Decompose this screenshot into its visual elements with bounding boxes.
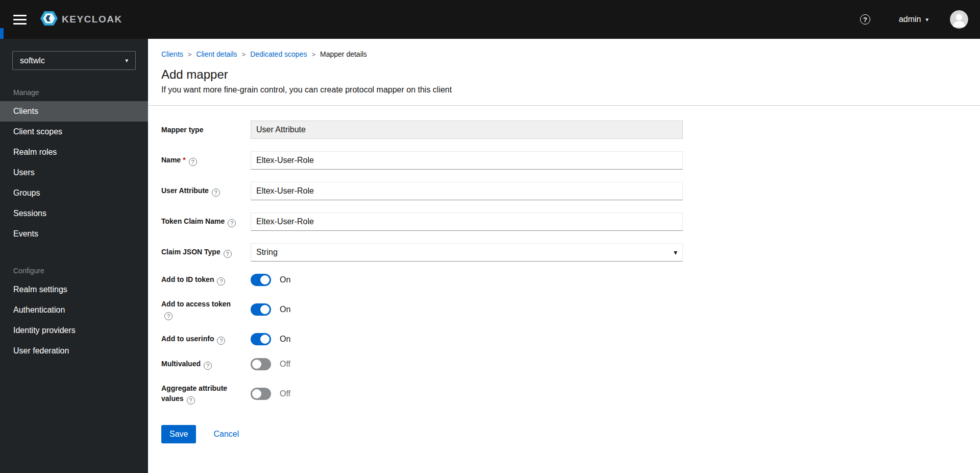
toggle-knob	[252, 360, 261, 369]
multivalued-label: Multivalued	[161, 359, 238, 370]
sidebar-item-user-federation[interactable]: User federation	[0, 341, 148, 361]
help-icon[interactable]	[164, 312, 173, 320]
name-input[interactable]	[251, 151, 683, 170]
help-icon[interactable]	[228, 219, 236, 227]
main-content: Clients > Client details > Dedicated sco…	[148, 39, 980, 473]
sidebar-item-identity-providers[interactable]: Identity providers	[0, 320, 148, 341]
form-actions: Save Cancel	[161, 425, 967, 443]
nav-section-title-configure: Configure	[0, 267, 148, 275]
help-icon[interactable]	[212, 188, 220, 197]
mapper-type-label: Mapper type	[161, 125, 238, 135]
help-icon[interactable]	[217, 277, 225, 286]
multivalued-switch-group: Off	[251, 358, 290, 370]
sidebar-item-groups[interactable]: Groups	[0, 183, 148, 203]
mapper-type-input	[251, 121, 683, 139]
masthead-toolbar: ? admin ▾	[860, 10, 968, 29]
masthead: KEYCLOAK ? admin ▾	[0, 0, 980, 39]
toggle-state-label: On	[280, 275, 290, 285]
hamburger-bar	[13, 23, 27, 25]
nav-list-manage: Clients Client scopes Realm roles Users …	[0, 101, 148, 244]
sidebar-item-client-scopes[interactable]: Client scopes	[0, 122, 148, 142]
toggle-knob	[260, 275, 270, 285]
avatar[interactable]	[950, 10, 968, 29]
keycloak-logo[interactable]: KEYCLOAK	[40, 9, 122, 30]
keycloak-logo-icon	[40, 9, 58, 30]
form-row-aggregate-attribute-values: Aggregate attribute values Off	[161, 383, 967, 405]
form-row-name: Name*	[161, 151, 967, 170]
form-row-claim-json-type: Claim JSON Type String ▾	[161, 243, 967, 262]
add-to-id-token-label: Add to ID token	[161, 274, 238, 286]
hamburger-bar	[13, 19, 27, 20]
save-button[interactable]: Save	[161, 425, 196, 443]
breadcrumb-clients[interactable]: Clients	[161, 49, 183, 60]
multivalued-toggle[interactable]	[251, 358, 271, 370]
add-to-access-token-toggle[interactable]	[251, 303, 271, 316]
sidebar-item-sessions[interactable]: Sessions	[0, 203, 148, 224]
nav-section-configure: Configure Realm settings Authentication …	[0, 244, 148, 361]
mapper-form: Mapper type Name* User Attribute Token C…	[148, 106, 980, 443]
help-icon[interactable]	[224, 250, 232, 258]
toggle-knob	[260, 305, 270, 314]
token-claim-name-input[interactable]	[251, 212, 683, 231]
realm-name: softwlc	[20, 56, 45, 65]
form-row-add-to-userinfo: Add to userinfo On	[161, 333, 967, 345]
add-to-id-token-toggle[interactable]	[251, 274, 271, 286]
aggregate-attribute-values-switch-group: Off	[251, 388, 290, 400]
aggregate-attribute-values-toggle[interactable]	[251, 388, 271, 400]
sidebar-item-realm-roles[interactable]: Realm roles	[0, 142, 148, 162]
form-row-token-claim-name: Token Claim Name	[161, 212, 967, 231]
form-row-multivalued: Multivalued Off	[161, 358, 967, 370]
help-icon[interactable]: ?	[860, 14, 870, 25]
sidebar: softwlc ▾ Manage Clients Client scopes R…	[0, 39, 148, 473]
add-to-access-token-switch-group: On	[251, 303, 290, 316]
sidebar-item-users[interactable]: Users	[0, 162, 148, 183]
select-value: String	[256, 248, 278, 257]
hamburger-bar	[13, 15, 27, 16]
form-row-user-attribute: User Attribute	[161, 182, 967, 200]
user-attribute-input[interactable]	[251, 182, 683, 200]
help-icon[interactable]	[204, 362, 212, 370]
toggle-state-label: Off	[280, 389, 290, 398]
user-menu-dropdown[interactable]: admin ▾	[899, 15, 928, 24]
sidebar-item-realm-settings[interactable]: Realm settings	[0, 279, 148, 300]
nav-section-title-manage: Manage	[0, 88, 148, 97]
claim-json-type-select[interactable]: String ▾	[251, 243, 683, 262]
required-indicator: *	[183, 156, 185, 164]
breadcrumb-separator-icon: >	[242, 49, 246, 60]
sidebar-item-events[interactable]: Events	[0, 224, 148, 244]
chevron-down-icon: ▾	[925, 17, 928, 22]
sidebar-item-clients[interactable]: Clients	[0, 101, 148, 122]
chevron-down-icon: ▾	[125, 58, 128, 63]
help-icon[interactable]	[187, 396, 195, 405]
help-icon[interactable]	[189, 158, 197, 166]
toggle-knob	[252, 389, 261, 398]
nav-list-configure: Realm settings Authentication Identity p…	[0, 279, 148, 361]
brand-wordmark: KEYCLOAK	[62, 14, 122, 25]
form-row-add-to-id-token: Add to ID token On	[161, 274, 967, 286]
claim-json-type-label: Claim JSON Type	[161, 247, 238, 258]
page-subtitle: If you want more fine-grain control, you…	[161, 84, 967, 95]
toggle-knob	[260, 335, 270, 344]
page-header: Clients > Client details > Dedicated sco…	[148, 39, 980, 95]
breadcrumb: Clients > Client details > Dedicated sco…	[161, 49, 967, 60]
cancel-button[interactable]: Cancel	[213, 430, 239, 439]
name-label: Name*	[161, 155, 238, 166]
realm-selector[interactable]: softwlc ▾	[12, 51, 136, 70]
sidebar-item-authentication[interactable]: Authentication	[0, 300, 148, 320]
add-to-userinfo-toggle[interactable]	[251, 333, 271, 345]
help-icon[interactable]	[217, 337, 225, 345]
page-title: Add mapper	[161, 67, 967, 82]
nav-section-manage: Manage Clients Client scopes Realm roles…	[0, 70, 148, 244]
token-claim-name-label: Token Claim Name	[161, 216, 238, 227]
breadcrumb-client-details[interactable]: Client details	[196, 49, 237, 60]
toggle-state-label: On	[280, 335, 290, 344]
breadcrumb-separator-icon: >	[311, 49, 315, 60]
toggle-state-label: Off	[280, 360, 290, 369]
user-attribute-label: User Attribute	[161, 185, 238, 197]
form-row-mapper-type: Mapper type	[161, 121, 967, 139]
hamburger-menu-button[interactable]	[13, 15, 27, 25]
aggregate-attribute-values-label: Aggregate attribute values	[161, 383, 238, 405]
toggle-state-label: On	[280, 305, 290, 314]
breadcrumb-dedicated-scopes[interactable]: Dedicated scopes	[250, 49, 307, 60]
accent-strip	[0, 28, 4, 39]
